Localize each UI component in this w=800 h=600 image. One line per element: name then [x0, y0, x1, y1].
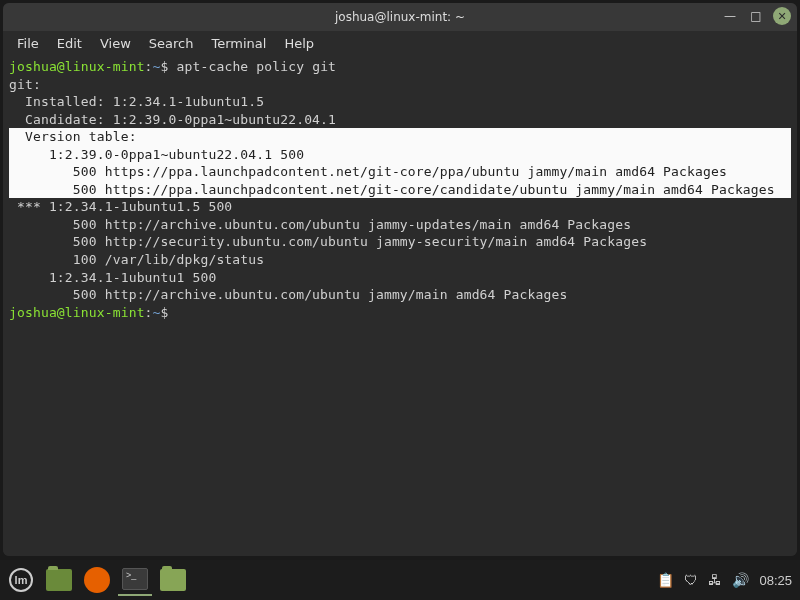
output-line: 100 /var/lib/dpkg/status: [9, 252, 264, 267]
prompt-user: joshua@linux-mint: [9, 59, 145, 74]
menu-edit[interactable]: Edit: [49, 34, 90, 53]
start-menu-button[interactable]: lm: [4, 564, 38, 596]
show-desktop-button[interactable]: [42, 564, 76, 596]
mint-logo-icon: lm: [9, 568, 33, 592]
firefox-launcher[interactable]: [80, 564, 114, 596]
output-line: 500 http://security.ubuntu.com/ubuntu ja…: [9, 234, 647, 249]
shield-icon[interactable]: 🛡: [684, 572, 698, 588]
menu-file[interactable]: File: [9, 34, 47, 53]
volume-icon[interactable]: 🔊: [732, 572, 749, 588]
firefox-icon: [84, 567, 110, 593]
window-title: joshua@linux-mint: ~: [335, 10, 465, 24]
folder-icon: [160, 569, 186, 591]
clock[interactable]: 08:25: [759, 573, 796, 588]
titlebar: joshua@linux-mint: ~ — □ ✕: [3, 3, 797, 31]
clipboard-icon[interactable]: 📋: [657, 572, 674, 588]
menu-view[interactable]: View: [92, 34, 139, 53]
terminal-icon: [122, 568, 148, 590]
menubar: File Edit View Search Terminal Help: [3, 31, 797, 55]
output-line: *** 1:2.34.1-1ubuntu1.5 500: [9, 199, 232, 214]
prompt-path: ~: [153, 305, 161, 320]
highlighted-line: Version table:: [9, 128, 791, 146]
prompt-sep2: $: [161, 305, 177, 320]
prompt-user: joshua@linux-mint: [9, 305, 145, 320]
prompt-sep1: :: [145, 305, 153, 320]
menu-help[interactable]: Help: [276, 34, 322, 53]
command-text: apt-cache policy git: [177, 59, 337, 74]
desktop-icon: [46, 569, 72, 591]
menu-search[interactable]: Search: [141, 34, 202, 53]
prompt-path: ~: [153, 59, 161, 74]
highlighted-line: 1:2.39.0-0ppa1~ubuntu22.04.1 500: [9, 146, 791, 164]
terminal-area[interactable]: joshua@linux-mint:~$ apt-cache policy gi…: [3, 55, 797, 556]
network-icon[interactable]: 🖧: [708, 572, 722, 588]
close-button[interactable]: ✕: [773, 7, 791, 25]
prompt-sep1: :: [145, 59, 153, 74]
output-line: Candidate: 1:2.39.0-0ppa1~ubuntu22.04.1: [9, 112, 336, 127]
terminal-launcher[interactable]: [118, 564, 152, 596]
prompt-sep2: $: [161, 59, 177, 74]
output-line: Installed: 1:2.34.1-1ubuntu1.5: [9, 94, 264, 109]
maximize-button[interactable]: □: [747, 7, 765, 25]
highlighted-line: 500 https://ppa.launchpadcontent.net/git…: [9, 163, 791, 181]
output-line: git:: [9, 77, 41, 92]
files-launcher[interactable]: [156, 564, 190, 596]
taskbar: lm 📋 🛡 🖧 🔊 08:25: [0, 560, 800, 600]
output-line: 1:2.34.1-1ubuntu1 500: [9, 270, 216, 285]
highlighted-line: 500 https://ppa.launchpadcontent.net/git…: [9, 181, 791, 199]
terminal-window: joshua@linux-mint: ~ — □ ✕ File Edit Vie…: [3, 3, 797, 556]
output-line: 500 http://archive.ubuntu.com/ubuntu jam…: [9, 217, 631, 232]
menu-terminal[interactable]: Terminal: [203, 34, 274, 53]
minimize-button[interactable]: —: [721, 7, 739, 25]
output-line: 500 http://archive.ubuntu.com/ubuntu jam…: [9, 287, 567, 302]
